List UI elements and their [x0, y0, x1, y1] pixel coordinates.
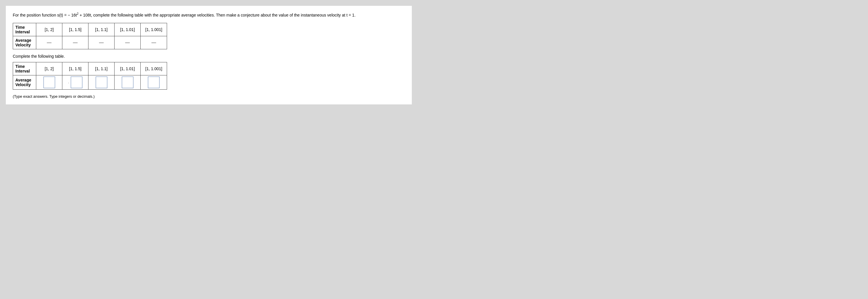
table2-header-label: TimeInterval — [13, 62, 36, 75]
answer-box-1[interactable] — [43, 77, 55, 88]
table2-col5-header: [1, 1.001] — [141, 62, 167, 75]
table1-col2-header: [1, 1.5] — [62, 23, 89, 36]
table1-header-label: TimeInterval — [13, 23, 36, 36]
answer-box-2[interactable] — [71, 77, 82, 88]
answer-box-5[interactable] — [148, 77, 159, 88]
table2-input-cell-3[interactable] — [89, 75, 115, 89]
table1-col1-header: [1, 2] — [36, 23, 62, 36]
table2-input-cell-4[interactable] — [115, 75, 141, 89]
reference-table: TimeInterval [1, 2] [1, 1.5] [1, 1.1] [1… — [13, 23, 167, 49]
table2-col3-header: [1, 1.1] — [89, 62, 115, 75]
table2-col2-header: [1, 1.5] — [62, 62, 89, 75]
table2-col1-header: [1, 2] — [36, 62, 62, 75]
type-note: (Type exact answers. Type integers or de… — [13, 94, 405, 99]
table2-col4-header: [1, 1.01] — [115, 62, 141, 75]
table1-col5-header: [1, 1.001] — [141, 23, 167, 36]
table2-input-cell-2[interactable]: . — [62, 75, 89, 89]
problem-statement: For the position function s(t) = − 16t2 … — [13, 11, 405, 18]
table1-val3: — — [89, 36, 115, 49]
table1-row-label: AverageVelocity — [13, 36, 36, 49]
answer-box-3[interactable] — [96, 77, 107, 88]
table1-val2: — — [62, 36, 89, 49]
table2-input-cell-1[interactable] — [36, 75, 62, 89]
answer-box-4[interactable] — [122, 77, 133, 88]
complete-label: Complete the following table. — [13, 54, 405, 59]
table2-input-cell-5[interactable] — [141, 75, 167, 89]
table2-row-label: AverageVelocity — [13, 75, 36, 89]
table1-val4: — — [115, 36, 141, 49]
dot-prefix-2: . — [68, 80, 69, 84]
table1-col4-header: [1, 1.01] — [115, 23, 141, 36]
table1-col3-header: [1, 1.1] — [89, 23, 115, 36]
table1-val1: — — [36, 36, 62, 49]
input-table: TimeInterval [1, 2] [1, 1.5] [1, 1.1] [1… — [13, 62, 167, 90]
table1-val5: — — [141, 36, 167, 49]
